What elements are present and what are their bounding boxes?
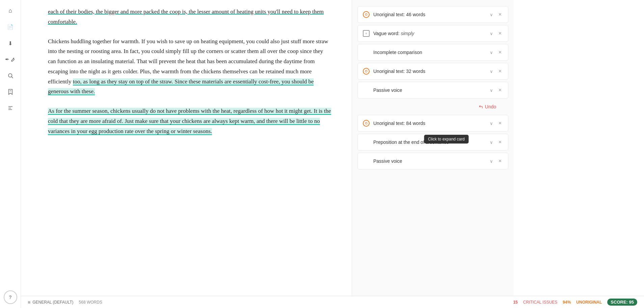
help-icon[interactable]: ?: [4, 290, 17, 304]
document-type[interactable]: ≡ GENERAL (DEFAULT): [28, 300, 74, 305]
issue-title: Vague word: simply: [373, 31, 485, 36]
text-segment: each of their bodies, the bigger and mor…: [48, 8, 324, 25]
issue-card-header[interactable]: Passive voice: [358, 153, 508, 169]
expand-button[interactable]: [488, 49, 495, 56]
issue-card-incomplete: Incomplete comparison: [357, 44, 508, 61]
issue-actions: [488, 119, 503, 127]
paragraph-2: Chickens huddling together for warmth. I…: [48, 36, 331, 97]
dismiss-button[interactable]: [497, 48, 503, 56]
score-label: SCORE:: [611, 300, 628, 305]
text-segment-highlighted: too, as long as they stay on top of the …: [48, 78, 314, 96]
download-icon[interactable]: [4, 36, 17, 50]
expand-button[interactable]: [488, 30, 495, 37]
pen-icon[interactable]: [4, 53, 17, 66]
issue-card-unoriginal-32: © Unoriginal text: 32 words: [357, 63, 508, 80]
text-segment: Chickens huddling together for warmth. I…: [48, 38, 328, 85]
unoriginal-pct: 94%: [563, 300, 571, 305]
svg-line-1: [11, 77, 13, 78]
unoriginal-icon: ©: [363, 120, 370, 127]
issue-card-header[interactable]: Passive voice: [358, 82, 508, 98]
expand-button[interactable]: [488, 68, 495, 75]
issue-actions: [488, 67, 503, 75]
issue-title: Unoriginal text: 32 words: [373, 69, 485, 74]
expand-button[interactable]: [488, 139, 495, 146]
unoriginal-label: UNORIGINAL: [576, 300, 602, 305]
issue-card-header[interactable]: Preposition at the end of a sentence: [358, 134, 508, 150]
placeholder-icon: [363, 86, 370, 94]
placeholder-icon: [363, 49, 370, 56]
sidebar: ?: [0, 0, 21, 308]
issue-card-header[interactable]: © Unoriginal text: 32 words: [358, 63, 508, 79]
issue-actions: [488, 10, 503, 19]
dismiss-button[interactable]: [497, 67, 503, 75]
bookmark-icon[interactable]: [4, 85, 17, 99]
document-editor: each of their bodies, the bigger and mor…: [21, 0, 352, 308]
issue-actions: [488, 157, 503, 165]
issue-card-header[interactable]: © Unoriginal text: 84 words: [358, 115, 508, 131]
issue-title: Passive voice: [373, 158, 485, 164]
dismiss-button[interactable]: [497, 138, 503, 146]
dismiss-button[interactable]: [497, 157, 503, 165]
svg-point-0: [8, 74, 12, 77]
critical-issues-label: CRITICAL ISSUES: [523, 300, 558, 305]
issue-actions: [488, 29, 503, 37]
expand-button[interactable]: [488, 158, 495, 165]
document-icon[interactable]: [4, 20, 17, 34]
issue-card-header[interactable]: Incomplete comparison: [358, 44, 508, 60]
paragraph-3: As for the summer season, chickens usual…: [48, 106, 331, 136]
issue-actions: [488, 138, 503, 146]
score-value: 95: [629, 300, 634, 305]
word-count: 568 WORDS: [79, 300, 102, 305]
issue-card-passive-1: Passive voice: [357, 82, 508, 99]
issue-card-unoriginal-84: © Unoriginal text: 84 words Click to exp…: [357, 115, 508, 132]
status-bar: ≡ GENERAL (DEFAULT) 568 WORDS 15 CRITICA…: [21, 296, 644, 308]
issue-card-header[interactable]: ≡ Vague word: simply: [358, 25, 508, 42]
issue-title: Preposition at the end of a sentence: [373, 139, 485, 145]
unoriginal-icon: ©: [363, 68, 370, 75]
issue-card-preposition: Preposition at the end of a sentence: [357, 134, 508, 151]
dismiss-button[interactable]: [497, 10, 503, 19]
paragraph-1: each of their bodies, the bigger and mor…: [48, 7, 331, 27]
dismiss-button[interactable]: [497, 119, 503, 127]
doc-type-icon: ≡: [28, 300, 30, 305]
score-badge: SCORE: 95: [607, 299, 637, 306]
expand-button[interactable]: [488, 11, 495, 18]
issue-title: Incomplete comparison: [373, 50, 485, 55]
issue-card-unoriginal-46: © Unoriginal text: 46 words: [357, 6, 508, 23]
unoriginal-icon: ©: [363, 11, 370, 18]
issue-actions: [488, 48, 503, 56]
doc-type-label: GENERAL (DEFAULT): [32, 300, 73, 305]
placeholder-icon: [363, 157, 370, 165]
issue-actions: [488, 86, 503, 94]
dismiss-button[interactable]: [497, 29, 503, 37]
placeholder-icon: [363, 138, 370, 146]
critical-issues-count: 15: [513, 300, 517, 305]
expand-button[interactable]: [488, 120, 495, 127]
undo-button[interactable]: Undo: [476, 103, 499, 111]
issues-panel: © Unoriginal text: 46 words ≡ Vague word…: [352, 0, 514, 308]
issue-card-passive-2: Passive voice: [357, 153, 508, 170]
issue-card-header[interactable]: © Unoriginal text: 46 words: [358, 6, 508, 23]
home-icon[interactable]: [4, 4, 17, 18]
dismiss-button[interactable]: [497, 86, 503, 94]
tools-icon[interactable]: [4, 101, 17, 115]
vague-icon: ≡: [363, 30, 370, 37]
issue-title: Unoriginal text: 84 words: [373, 121, 485, 126]
expand-button[interactable]: [488, 87, 495, 94]
issue-title: Passive voice: [373, 87, 485, 93]
issue-card-vague: ≡ Vague word: simply: [357, 25, 508, 42]
issue-title: Unoriginal text: 46 words: [373, 12, 485, 17]
undo-area: Undo: [357, 101, 508, 113]
search-icon[interactable]: [4, 69, 17, 82]
text-segment-highlighted: As for the summer season, chickens usual…: [48, 108, 331, 135]
